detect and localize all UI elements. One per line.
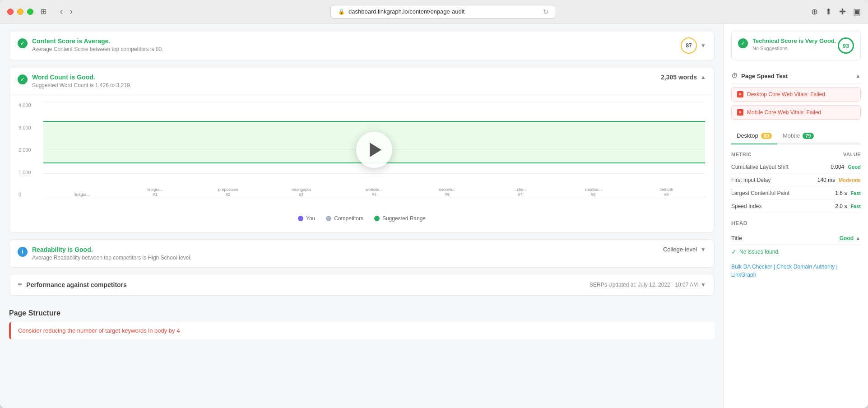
tab-mobile[interactable]: Mobile 79 [777, 129, 819, 144]
share-icon[interactable]: ⬆ [825, 7, 832, 17]
download-icon[interactable]: ⊕ [811, 7, 818, 17]
bar-label-4: website...#4 [366, 187, 383, 197]
x-axis [43, 197, 705, 197]
new-tab-icon[interactable]: ✚ [839, 7, 846, 17]
metric-cls-status: Good [848, 164, 861, 170]
bar-group-1: linkgra...#1 [120, 185, 190, 197]
speed-tabs: Desktop 60 Mobile 79 [731, 123, 861, 144]
traffic-lights [7, 9, 33, 15]
word-count-title: Word Count is Good. [32, 74, 131, 81]
address-bar-container: 🔒 dashboard.linkgraph.io/content/onpage-… [81, 5, 806, 19]
right-panel: ✓ Technical Score is Very Good. No Sugge… [724, 23, 868, 408]
word-count-header: ✓ Word Count is Good. Suggested Word Cou… [9, 67, 714, 95]
tab-desktop-label: Desktop [737, 132, 758, 139]
minimize-button[interactable] [17, 9, 23, 15]
content-area: ✓ Content Score is Average. Average Cont… [0, 23, 868, 408]
page-speed-section: ⏱ Page Speed Test ▲ [731, 68, 861, 83]
forward-button[interactable]: › [67, 6, 75, 17]
no-issues-check-icon: ✓ [731, 248, 737, 255]
bar-group-4: website...#4 [339, 185, 409, 197]
metric-si-value-group: 2.0 s Fast [835, 203, 861, 209]
metric-si-name: Speed Index [731, 203, 761, 209]
nav-buttons: ‹ › [57, 6, 75, 17]
legend-you: You [298, 215, 315, 222]
readability-subtitle: Average Readability between top competit… [32, 255, 191, 261]
bar-label-3: robingupta#3 [292, 187, 311, 197]
sidebar-icon[interactable]: ▣ [853, 7, 861, 17]
metric-si: Speed Index 2.0 s Fast [731, 200, 861, 213]
legend-dot-suggested [374, 216, 380, 221]
desktop-error-item: ✕ Desktop Core Web Vitals: Failed [731, 87, 861, 102]
bar-group-2: prepostseo#2 [193, 185, 264, 197]
metric-fid: First Input Delay 140 ms Moderate [731, 174, 861, 187]
no-issues-row: ✓ No issues found. [731, 245, 861, 259]
word-count-chart: 0 1,000 2,000 3,000 4,000 [9, 95, 714, 232]
tab-desktop[interactable]: Desktop 60 [731, 129, 777, 144]
legend-suggested: Suggested Range [374, 215, 426, 222]
readability-header: i Readability is Good. Average Readabili… [9, 240, 714, 267]
word-count-caret-icon[interactable]: ▲ [701, 74, 706, 80]
metrics-header: METRIC VALUE [731, 150, 861, 161]
word-count-check-icon: ✓ [18, 74, 28, 84]
readability-header-left: i Readability is Good. Average Readabili… [18, 246, 191, 261]
back-button[interactable]: ‹ [57, 6, 65, 17]
metric-lcp: Largest Contentful Paint 1.6 s Fast [731, 187, 861, 200]
mobile-error-icon: ✕ [737, 109, 743, 116]
readability-info-icon: i [18, 247, 28, 257]
speed-gauge-icon: ⏱ [731, 72, 738, 79]
chart-bars-area: linkgra... linkgra...#1 prepostseo#2 [43, 102, 705, 197]
link-text-content: Bulk DA Checker | Check Domain Authority… [731, 264, 838, 278]
metric-fid-value: 140 ms [817, 177, 835, 183]
content-score-header: ✓ Content Score is Average. Average Cont… [9, 31, 714, 60]
page-speed-title: ⏱ Page Speed Test [731, 72, 788, 79]
tab-mobile-badge: 79 [803, 133, 813, 139]
metric-cls: Cumulative Layout Shift 0.004 Good [731, 161, 861, 174]
metric-si-status: Fast [850, 204, 861, 209]
metric-cls-name: Cumulative Layout Shift [731, 164, 789, 170]
metric-lcp-value: 1.6 s [835, 190, 847, 196]
y-label-0: 0 [19, 192, 39, 197]
tech-score-card: ✓ Technical Score is Very Good. No Sugge… [731, 31, 861, 60]
y-label-3000: 3,000 [19, 125, 39, 130]
content-score-title: Content Score is Average. [32, 37, 163, 45]
close-button[interactable] [7, 9, 14, 15]
refresh-icon[interactable]: ↻ [543, 8, 548, 15]
sidebar-toggle-button[interactable]: ⊞ [39, 5, 48, 18]
metric-fid-name: First Input Delay [731, 177, 771, 183]
y-label-1000: 1,000 [19, 170, 39, 175]
readability-title: Readability is Good. [32, 246, 191, 253]
metric-fid-status: Moderate [839, 177, 861, 183]
page-speed-chevron-icon[interactable]: ▲ [855, 73, 861, 79]
link-text[interactable]: Bulk DA Checker | Check Domain Authority… [731, 259, 861, 283]
bar-label-7: ...che...#7 [514, 187, 527, 197]
metric-si-value: 2.0 s [835, 203, 847, 209]
content-score-card: ✓ Content Score is Average. Average Cont… [9, 31, 715, 60]
tech-score-title: Technical Score is Very Good. [752, 37, 836, 44]
metrics-col-metric: METRIC [731, 152, 752, 157]
desktop-error-text: Desktop Core Web Vitals: Failed [747, 91, 825, 97]
video-play-button[interactable] [356, 132, 392, 168]
performance-title: Performance against competitors [26, 281, 127, 288]
legend-competitors-label: Competitors [334, 215, 363, 222]
metric-lcp-status: Fast [850, 190, 861, 196]
title-good-text: Good [840, 235, 854, 241]
performance-chevron-icon[interactable]: ▼ [701, 282, 706, 288]
maximize-button[interactable] [27, 9, 33, 15]
list-icon: ≡ [18, 281, 22, 289]
bar-label-5: seorevi...#5 [439, 187, 456, 197]
legend-you-label: You [306, 215, 315, 222]
address-bar[interactable]: 🔒 dashboard.linkgraph.io/content/onpage-… [330, 5, 556, 19]
chart-legend: You Competitors Suggested Range [19, 211, 705, 228]
readability-chevron-icon[interactable]: ▼ [701, 246, 706, 253]
lock-icon: 🔒 [338, 9, 345, 15]
bar-label-2: prepostseo#2 [218, 187, 238, 197]
content-score-badge: 87 [681, 37, 697, 54]
title-caret-icon[interactable]: ▲ [855, 235, 861, 241]
metric-lcp-name: Largest Contentful Paint [731, 190, 789, 196]
content-score-chevron-icon[interactable]: ▼ [701, 42, 706, 49]
tech-score-badge: 93 [838, 37, 854, 54]
word-count-subtitle: Suggested Word Count is 1,426 to 3,219. [32, 82, 131, 88]
bar-group-9: thehoth#9 [631, 185, 701, 197]
metric-cls-value: 0.004 [831, 164, 844, 170]
head-section-title: HEAD [731, 220, 861, 230]
